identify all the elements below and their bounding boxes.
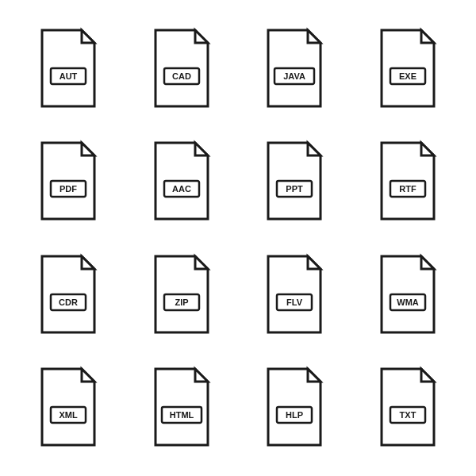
file-icon-html[interactable]: HTML <box>129 355 235 461</box>
svg-text:ZIP: ZIP <box>175 298 188 307</box>
file-icon-txt[interactable]: TXT <box>355 355 461 461</box>
file-icon-zip[interactable]: ZIP <box>129 242 235 347</box>
svg-text:CDR: CDR <box>59 298 78 307</box>
file-icon-java[interactable]: JAVA <box>242 16 347 121</box>
file-icon-xml[interactable]: XML <box>16 355 121 461</box>
svg-text:AUT: AUT <box>60 71 78 81</box>
svg-text:TXT: TXT <box>399 410 416 420</box>
file-icon-wma[interactable]: WMA <box>355 242 461 347</box>
svg-text:CAD: CAD <box>172 71 191 81</box>
svg-text:PPT: PPT <box>286 184 304 194</box>
svg-text:HTML: HTML <box>169 410 194 420</box>
svg-text:RTF: RTF <box>399 184 416 194</box>
svg-text:AAC: AAC <box>172 184 191 194</box>
svg-text:XML: XML <box>60 410 79 420</box>
file-icon-cdr[interactable]: CDR <box>16 242 121 347</box>
svg-text:WMA: WMA <box>397 298 419 307</box>
svg-text:FLV: FLV <box>286 298 303 307</box>
file-icon-ppt[interactable]: PPT <box>242 129 347 235</box>
file-icon-exe[interactable]: EXE <box>355 16 461 121</box>
file-icon-aut[interactable]: AUT <box>16 16 121 121</box>
icon-grid: AUT CAD JAVA <box>0 0 476 476</box>
file-icon-aac[interactable]: AAC <box>129 129 235 235</box>
file-icon-flv[interactable]: FLV <box>242 242 347 347</box>
file-icon-pdf[interactable]: PDF <box>16 129 121 235</box>
svg-text:HLP: HLP <box>286 410 303 420</box>
svg-text:EXE: EXE <box>399 71 416 81</box>
file-icon-hlp[interactable]: HLP <box>242 355 347 461</box>
file-icon-rtf[interactable]: RTF <box>355 129 461 235</box>
file-icon-cad[interactable]: CAD <box>129 16 235 121</box>
svg-text:PDF: PDF <box>60 184 77 194</box>
svg-text:JAVA: JAVA <box>283 71 305 81</box>
